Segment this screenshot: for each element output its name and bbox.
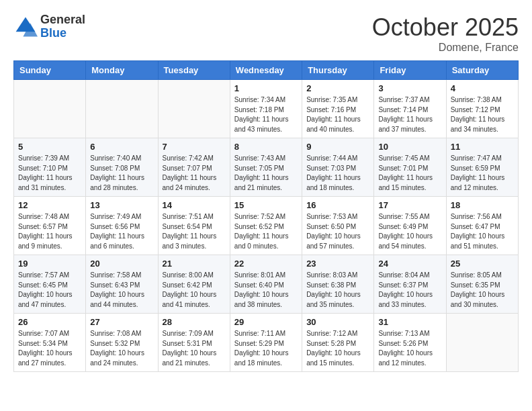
calendar-day-cell: 10Sunrise: 7:45 AMSunset: 7:01 PMDayligh… xyxy=(374,138,446,197)
location-title: Domene, France xyxy=(372,42,519,54)
calendar-day-cell: 3Sunrise: 7:37 AMSunset: 7:14 PMDaylight… xyxy=(374,80,446,138)
day-number: 21 xyxy=(163,259,226,269)
calendar-day-cell: 24Sunrise: 8:04 AMSunset: 6:37 PMDayligh… xyxy=(374,255,446,314)
calendar-day-cell xyxy=(158,80,230,138)
day-info: Sunrise: 7:44 AMSunset: 7:03 PMDaylight:… xyxy=(306,154,369,193)
day-number: 31 xyxy=(378,317,441,327)
calendar-day-cell: 1Sunrise: 7:34 AMSunset: 7:18 PMDaylight… xyxy=(230,80,302,138)
day-info: Sunrise: 7:40 AMSunset: 7:08 PMDaylight:… xyxy=(90,154,153,193)
logo-general: General xyxy=(40,13,85,27)
day-info: Sunrise: 8:00 AMSunset: 6:42 PMDaylight:… xyxy=(163,271,226,310)
calendar-day-cell xyxy=(446,314,518,372)
calendar-day-cell: 27Sunrise: 7:08 AMSunset: 5:32 PMDayligh… xyxy=(86,314,158,372)
day-info: Sunrise: 7:43 AMSunset: 7:05 PMDaylight:… xyxy=(234,154,298,193)
day-info: Sunrise: 7:53 AMSunset: 6:50 PMDaylight:… xyxy=(306,212,369,251)
day-number: 18 xyxy=(451,200,514,210)
day-info: Sunrise: 7:34 AMSunset: 7:18 PMDaylight:… xyxy=(234,95,298,134)
day-info: Sunrise: 7:07 AMSunset: 5:34 PMDaylight:… xyxy=(18,329,81,368)
day-number: 15 xyxy=(234,200,298,210)
day-info: Sunrise: 7:37 AMSunset: 7:14 PMDaylight:… xyxy=(378,95,441,134)
calendar-day-cell: 11Sunrise: 7:47 AMSunset: 6:59 PMDayligh… xyxy=(446,138,518,197)
calendar-day-cell: 2Sunrise: 7:35 AMSunset: 7:16 PMDaylight… xyxy=(302,80,374,138)
weekday-header: Wednesday xyxy=(230,61,302,80)
page-header: General Blue October 2025 Domene, France xyxy=(13,13,519,54)
title-block: October 2025 Domene, France xyxy=(372,13,519,54)
day-info: Sunrise: 8:05 AMSunset: 6:35 PMDaylight:… xyxy=(451,271,514,310)
weekday-header: Friday xyxy=(374,61,446,80)
calendar-day-cell: 22Sunrise: 8:01 AMSunset: 6:40 PMDayligh… xyxy=(230,255,302,314)
logo-text: General Blue xyxy=(40,13,85,40)
weekday-header: Tuesday xyxy=(158,61,230,80)
day-number: 26 xyxy=(18,317,81,327)
logo-blue: Blue xyxy=(40,27,85,40)
day-number: 30 xyxy=(306,317,369,327)
calendar-day-cell xyxy=(86,80,158,138)
calendar-day-cell: 26Sunrise: 7:07 AMSunset: 5:34 PMDayligh… xyxy=(14,314,86,372)
day-number: 28 xyxy=(163,317,226,327)
weekday-header: Sunday xyxy=(14,61,86,80)
calendar-day-cell: 15Sunrise: 7:52 AMSunset: 6:52 PMDayligh… xyxy=(230,197,302,255)
weekday-header: Thursday xyxy=(302,61,374,80)
day-info: Sunrise: 7:13 AMSunset: 5:26 PMDaylight:… xyxy=(378,329,441,368)
calendar-day-cell: 8Sunrise: 7:43 AMSunset: 7:05 PMDaylight… xyxy=(230,138,302,197)
day-number: 22 xyxy=(234,259,298,269)
day-info: Sunrise: 7:09 AMSunset: 5:31 PMDaylight:… xyxy=(163,329,226,368)
day-info: Sunrise: 8:01 AMSunset: 6:40 PMDaylight:… xyxy=(234,271,298,310)
day-number: 12 xyxy=(18,200,81,210)
month-title: October 2025 xyxy=(372,13,519,42)
day-number: 2 xyxy=(306,83,369,93)
calendar-day-cell: 28Sunrise: 7:09 AMSunset: 5:31 PMDayligh… xyxy=(158,314,230,372)
day-info: Sunrise: 8:03 AMSunset: 6:38 PMDaylight:… xyxy=(306,271,369,310)
calendar-day-cell: 4Sunrise: 7:38 AMSunset: 7:12 PMDaylight… xyxy=(446,80,518,138)
day-number: 10 xyxy=(378,142,441,152)
day-number: 19 xyxy=(18,259,81,269)
day-number: 11 xyxy=(451,142,514,152)
day-info: Sunrise: 7:12 AMSunset: 5:28 PMDaylight:… xyxy=(306,329,369,368)
logo: General Blue xyxy=(13,13,85,40)
day-info: Sunrise: 7:47 AMSunset: 6:59 PMDaylight:… xyxy=(451,154,514,193)
weekday-header: Saturday xyxy=(446,61,518,80)
calendar-day-cell: 18Sunrise: 7:56 AMSunset: 6:47 PMDayligh… xyxy=(446,197,518,255)
day-number: 25 xyxy=(451,259,514,269)
day-info: Sunrise: 7:52 AMSunset: 6:52 PMDaylight:… xyxy=(234,212,298,251)
day-info: Sunrise: 7:55 AMSunset: 6:49 PMDaylight:… xyxy=(378,212,441,251)
day-info: Sunrise: 7:11 AMSunset: 5:29 PMDaylight:… xyxy=(234,329,298,368)
calendar-day-cell: 5Sunrise: 7:39 AMSunset: 7:10 PMDaylight… xyxy=(14,138,86,197)
calendar-table: SundayMondayTuesdayWednesdayThursdayFrid… xyxy=(13,60,519,372)
day-info: Sunrise: 7:45 AMSunset: 7:01 PMDaylight:… xyxy=(378,154,441,193)
calendar-day-cell xyxy=(14,80,86,138)
day-info: Sunrise: 7:39 AMSunset: 7:10 PMDaylight:… xyxy=(18,154,81,193)
day-info: Sunrise: 8:04 AMSunset: 6:37 PMDaylight:… xyxy=(378,271,441,310)
calendar-day-cell: 7Sunrise: 7:42 AMSunset: 7:07 PMDaylight… xyxy=(158,138,230,197)
day-info: Sunrise: 7:35 AMSunset: 7:16 PMDaylight:… xyxy=(306,95,369,134)
logo-icon xyxy=(13,15,38,39)
day-number: 3 xyxy=(378,83,441,93)
day-number: 17 xyxy=(378,200,441,210)
day-info: Sunrise: 7:08 AMSunset: 5:32 PMDaylight:… xyxy=(90,329,153,368)
calendar-day-cell: 31Sunrise: 7:13 AMSunset: 5:26 PMDayligh… xyxy=(374,314,446,372)
calendar-day-cell: 16Sunrise: 7:53 AMSunset: 6:50 PMDayligh… xyxy=(302,197,374,255)
day-number: 29 xyxy=(234,317,298,327)
day-number: 13 xyxy=(90,200,153,210)
day-info: Sunrise: 7:56 AMSunset: 6:47 PMDaylight:… xyxy=(451,212,514,251)
day-number: 6 xyxy=(90,142,153,152)
day-number: 16 xyxy=(306,200,369,210)
day-info: Sunrise: 7:48 AMSunset: 6:57 PMDaylight:… xyxy=(18,212,81,251)
day-info: Sunrise: 7:58 AMSunset: 6:43 PMDaylight:… xyxy=(90,271,153,310)
calendar-day-cell: 19Sunrise: 7:57 AMSunset: 6:45 PMDayligh… xyxy=(14,255,86,314)
calendar-day-cell: 6Sunrise: 7:40 AMSunset: 7:08 PMDaylight… xyxy=(86,138,158,197)
calendar-week-row: 12Sunrise: 7:48 AMSunset: 6:57 PMDayligh… xyxy=(14,197,519,255)
calendar-week-row: 5Sunrise: 7:39 AMSunset: 7:10 PMDaylight… xyxy=(14,138,519,197)
day-number: 14 xyxy=(163,200,226,210)
calendar-day-cell: 21Sunrise: 8:00 AMSunset: 6:42 PMDayligh… xyxy=(158,255,230,314)
day-number: 23 xyxy=(306,259,369,269)
calendar-day-cell: 25Sunrise: 8:05 AMSunset: 6:35 PMDayligh… xyxy=(446,255,518,314)
day-info: Sunrise: 7:57 AMSunset: 6:45 PMDaylight:… xyxy=(18,271,81,310)
day-number: 20 xyxy=(90,259,153,269)
calendar-week-row: 26Sunrise: 7:07 AMSunset: 5:34 PMDayligh… xyxy=(14,314,519,372)
day-number: 7 xyxy=(163,142,226,152)
calendar-day-cell: 9Sunrise: 7:44 AMSunset: 7:03 PMDaylight… xyxy=(302,138,374,197)
calendar-day-cell: 29Sunrise: 7:11 AMSunset: 5:29 PMDayligh… xyxy=(230,314,302,372)
calendar-day-cell: 23Sunrise: 8:03 AMSunset: 6:38 PMDayligh… xyxy=(302,255,374,314)
calendar-day-cell: 17Sunrise: 7:55 AMSunset: 6:49 PMDayligh… xyxy=(374,197,446,255)
